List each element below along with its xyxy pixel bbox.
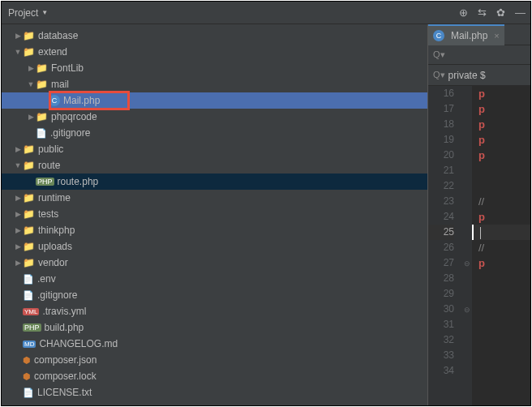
code-line[interactable] [472,348,530,363]
code-line[interactable]: p [472,101,530,117]
search-bar[interactable]: Q▾ [428,45,530,65]
code-line[interactable]: p [472,209,530,225]
code-line[interactable]: // [472,240,530,255]
tree-item-phpqrcode[interactable]: 📁phpqrcode [2,109,427,125]
tree-item--env[interactable]: 📄.env [2,271,427,287]
tree-item-LICENSE-txt[interactable]: 📄LICENSE.txt [2,384,427,401]
expand-arrow-icon[interactable] [13,145,23,153]
json-icon: ⬢ [23,355,31,366]
code-line[interactable]: p [472,132,530,148]
code-line[interactable] [472,178,530,194]
tree-item-label: thinkphp [38,225,75,236]
class-icon: C [433,30,444,41]
tree-item-CHANGELOG-md[interactable]: MDCHANGELOG.md [2,336,427,352]
expand-arrow-icon[interactable] [13,194,23,202]
code-line[interactable]: p [472,117,530,132]
tree-item-label: mail [51,79,69,90]
code-line[interactable]: // [472,194,530,209]
search-icon: Q▾ [433,70,445,80]
expand-arrow-icon[interactable] [26,80,36,88]
tree-item-FontLib[interactable]: 📁FontLib [2,60,427,76]
tree-item-composer-lock[interactable]: ⬢composer.lock [2,368,427,384]
tree-item-label: LICENSE.txt [37,387,92,398]
code-line[interactable] [472,302,530,317]
tree-item-Mail-php[interactable]: CMail.php [2,92,427,109]
tree-item-label: .gitignore [50,127,90,139]
tree-item-public[interactable]: 📁public [2,141,427,157]
tree-item-mail[interactable]: 📁mail [2,76,427,92]
minimize-icon[interactable]: — [515,6,526,19]
search-icon: Q▾ [433,49,445,60]
code-line[interactable] [472,332,530,348]
tab-mail-php[interactable]: C Mail.php × [428,24,504,45]
code-area[interactable]: 16171819202122232425262728293031323334 ⊖… [428,86,530,405]
expand-arrow-icon[interactable] [26,64,36,72]
expand-arrow-icon[interactable] [13,259,23,267]
folder-icon: 📁 [23,192,35,204]
tree-item-route[interactable]: 📁route [2,157,427,174]
close-icon[interactable]: × [494,31,499,41]
expand-arrow-icon[interactable] [13,226,23,234]
tree-item-vendor[interactable]: 📁vendor [2,255,427,271]
code-line[interactable] [472,225,530,240]
expand-arrow-icon[interactable] [13,32,23,40]
folder-icon: 📁 [23,208,35,220]
target-icon[interactable]: ⊕ [459,6,468,19]
folder-icon: 📁 [23,144,35,155]
expand-arrow-icon[interactable] [13,161,23,169]
file-icon: 📄 [23,388,34,398]
fold-marker[interactable]: ⊖ [462,255,472,271]
fold-marker [462,286,472,302]
tree-item-thinkphp[interactable]: 📁thinkphp [2,222,427,238]
tree-item-tests[interactable]: 📁tests [2,206,427,222]
tree-item-build-php[interactable]: PHPbuild.php [2,319,427,336]
search-term-text: private $ [448,70,486,81]
tree-item-runtime[interactable]: 📁runtime [2,190,427,206]
fold-marker [462,86,472,101]
json-icon: ⬢ [23,371,31,382]
code-line[interactable] [472,163,530,178]
expand-arrow-icon[interactable] [13,210,23,218]
collapse-icon[interactable]: ⇆ [478,6,487,19]
tree-item-label: runtime [38,192,71,204]
fold-marker [462,225,472,240]
tree-item--gitignore[interactable]: 📄.gitignore [2,125,427,141]
tree-item--travis-yml[interactable]: YML.travis.yml [2,303,427,319]
tree-item-uploads[interactable]: 📁uploads [2,238,427,255]
folder-icon: 📁 [23,225,35,236]
code-line[interactable] [472,286,530,302]
tree-item-database[interactable]: 📁database [2,28,427,44]
fold-marker[interactable]: ⊖ [462,302,472,317]
search-term-bar[interactable]: Q▾ private $ [428,65,530,86]
fold-marker [462,271,472,286]
expand-arrow-icon[interactable] [13,48,23,56]
fold-marker [462,332,472,348]
project-tree[interactable]: 📁database📁extend📁FontLib📁mailCMail.php📁p… [2,24,427,405]
code-line[interactable] [472,271,530,286]
fold-marker [462,317,472,332]
fold-marker [462,132,472,148]
expand-arrow-icon[interactable] [26,113,36,121]
code-line[interactable] [472,317,530,332]
tree-item-extend[interactable]: 📁extend [2,44,427,60]
tree-item-route-php[interactable]: PHProute.php [2,174,427,190]
fold-marker [462,209,472,225]
code-line[interactable]: p [472,255,530,271]
fold-marker [462,178,472,194]
folder-icon: 📁 [23,257,35,268]
tree-item--gitignore[interactable]: 📄.gitignore [2,287,427,303]
expand-arrow-icon[interactable] [13,242,23,251]
tree-item-label: .gitignore [37,289,77,301]
tree-item-label: extend [38,46,67,58]
tree-item-label: database [38,30,78,41]
code-line[interactable] [472,363,530,379]
tree-item-label: Mail.php [63,95,100,106]
code-line[interactable]: p [472,86,530,101]
gear-icon[interactable]: ✿ [496,6,505,19]
tree-item-label: FontLib [51,62,84,74]
project-dropdown[interactable]: Project ▼ [2,7,48,19]
folder-icon: 📁 [23,160,35,171]
tree-item-composer-json[interactable]: ⬢composer.json [2,352,427,368]
code-line[interactable]: p [472,148,530,163]
code-content[interactable]: ppppp//p//p [472,86,530,405]
